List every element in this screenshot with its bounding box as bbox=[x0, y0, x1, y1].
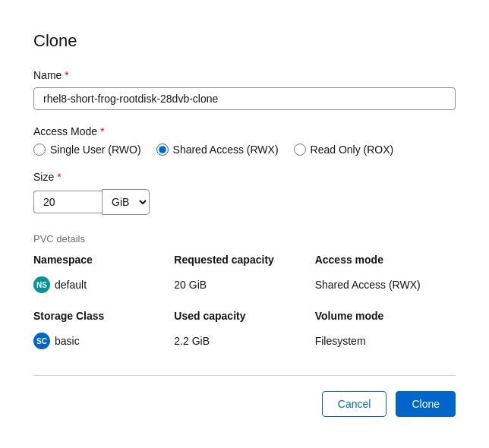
used-capacity-header: Used capacity bbox=[174, 310, 314, 327]
clone-button[interactable]: Clone bbox=[396, 391, 456, 417]
name-input[interactable] bbox=[33, 87, 456, 110]
namespace-badge: NS bbox=[33, 276, 50, 293]
size-label: Size * bbox=[33, 171, 456, 183]
namespace-header: Namespace bbox=[33, 254, 174, 270]
cancel-button[interactable]: Cancel bbox=[322, 391, 387, 417]
requested-capacity-header: Requested capacity bbox=[174, 254, 314, 270]
radio-rwo-label: Single User (RWO) bbox=[50, 144, 141, 156]
storage-class-value: SC basic bbox=[33, 333, 174, 360]
pvc-section-label: PVC details bbox=[33, 233, 456, 245]
access-mode-required-indicator: * bbox=[100, 125, 104, 137]
volume-mode-value: Filesystem bbox=[315, 333, 456, 360]
storage-class-header: Storage Class bbox=[33, 310, 174, 327]
radio-rwo[interactable]: Single User (RWO) bbox=[33, 144, 141, 156]
access-mode-detail-header: Access mode bbox=[315, 254, 456, 270]
dialog-title: Clone bbox=[33, 31, 456, 51]
clone-dialog: Clone Name * Access Mode * Single User (… bbox=[9, 10, 480, 438]
radio-rwo-input[interactable] bbox=[33, 144, 46, 156]
used-capacity-value: 2.2 GiB bbox=[174, 333, 314, 360]
radio-rwx-label: Shared Access (RWX) bbox=[173, 144, 279, 156]
size-unit-select[interactable]: MiB GiB TiB bbox=[102, 189, 150, 215]
namespace-value: NS default bbox=[33, 276, 174, 304]
footer-divider bbox=[33, 375, 456, 376]
volume-mode-header: Volume mode bbox=[315, 310, 456, 327]
pvc-details-grid: Namespace Requested capacity Access mode… bbox=[33, 254, 456, 360]
access-mode-label: Access Mode * bbox=[33, 125, 456, 137]
footer: Cancel Clone bbox=[33, 391, 456, 417]
radio-rwx[interactable]: Shared Access (RWX) bbox=[156, 144, 279, 156]
access-mode-detail-value: Shared Access (RWX) bbox=[315, 276, 456, 304]
requested-capacity-value: 20 GiB bbox=[174, 276, 314, 304]
radio-rwx-input[interactable] bbox=[156, 144, 169, 156]
storage-class-badge: SC bbox=[33, 333, 50, 349]
access-mode-group: Single User (RWO) Shared Access (RWX) Re… bbox=[33, 144, 456, 156]
size-row: MiB GiB TiB bbox=[33, 189, 456, 215]
namespace-text: default bbox=[55, 279, 87, 291]
radio-rox-input[interactable] bbox=[294, 144, 306, 156]
radio-rox[interactable]: Read Only (ROX) bbox=[294, 144, 394, 156]
size-required-indicator: * bbox=[57, 171, 61, 183]
name-label: Name * bbox=[33, 69, 456, 81]
radio-rox-label: Read Only (ROX) bbox=[311, 144, 394, 156]
size-input[interactable] bbox=[33, 191, 102, 213]
storage-class-text: basic bbox=[55, 335, 80, 347]
name-required-indicator: * bbox=[65, 69, 68, 81]
